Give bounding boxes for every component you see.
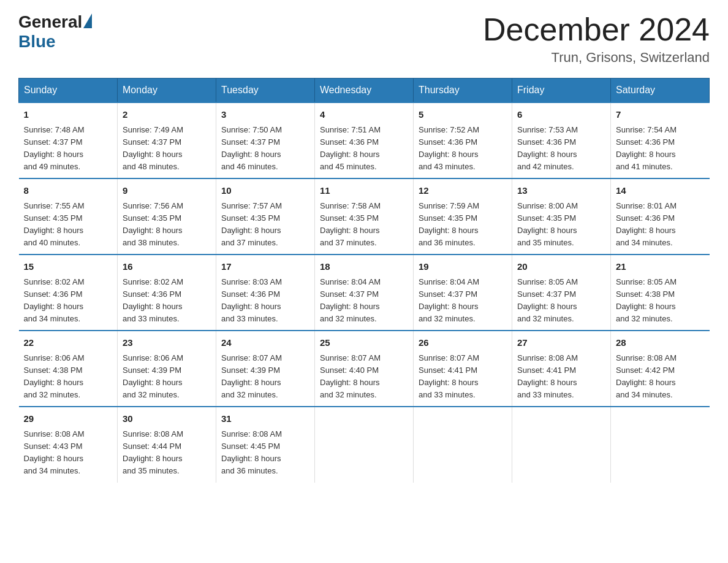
calendar-cell: 18 Sunrise: 8:04 AM Sunset: 4:37 PM Dayl…	[315, 255, 414, 331]
day-number: 24	[221, 336, 309, 350]
calendar-week-row: 15 Sunrise: 8:02 AM Sunset: 4:36 PM Dayl…	[19, 255, 710, 331]
calendar-cell: 7 Sunrise: 7:54 AM Sunset: 4:36 PM Dayli…	[611, 102, 710, 178]
day-number: 5	[419, 108, 507, 122]
day-info: Sunrise: 7:58 AM Sunset: 4:35 PM Dayligh…	[320, 200, 408, 250]
day-info: Sunrise: 8:07 AM Sunset: 4:40 PM Dayligh…	[320, 352, 408, 402]
day-number: 31	[221, 412, 309, 426]
day-number: 16	[123, 260, 211, 274]
calendar-week-row: 8 Sunrise: 7:55 AM Sunset: 4:35 PM Dayli…	[19, 178, 710, 255]
calendar-cell: 21 Sunrise: 8:05 AM Sunset: 4:38 PM Dayl…	[611, 255, 710, 331]
day-info: Sunrise: 8:08 AM Sunset: 4:41 PM Dayligh…	[517, 352, 605, 402]
calendar-cell: 16 Sunrise: 8:02 AM Sunset: 4:36 PM Dayl…	[118, 255, 216, 331]
calendar-cell: 19 Sunrise: 8:04 AM Sunset: 4:37 PM Dayl…	[414, 255, 512, 331]
day-number: 15	[24, 260, 113, 274]
day-number: 13	[517, 184, 605, 198]
day-info: Sunrise: 8:08 AM Sunset: 4:43 PM Dayligh…	[24, 428, 113, 478]
logo-general: General	[18, 12, 82, 32]
day-number: 7	[616, 108, 705, 122]
day-number: 23	[123, 336, 211, 350]
day-number: 10	[221, 184, 309, 198]
day-info: Sunrise: 8:05 AM Sunset: 4:38 PM Dayligh…	[616, 276, 705, 326]
day-info: Sunrise: 8:04 AM Sunset: 4:37 PM Dayligh…	[419, 276, 507, 326]
day-info: Sunrise: 8:06 AM Sunset: 4:39 PM Dayligh…	[123, 352, 211, 402]
day-number: 19	[419, 260, 507, 274]
day-info: Sunrise: 8:03 AM Sunset: 4:36 PM Dayligh…	[221, 276, 309, 326]
day-info: Sunrise: 7:54 AM Sunset: 4:36 PM Dayligh…	[616, 124, 705, 174]
page-header: General Blue December 2024 Trun, Grisons…	[18, 12, 710, 66]
calendar-cell: 25 Sunrise: 8:07 AM Sunset: 4:40 PM Dayl…	[315, 331, 414, 407]
calendar-cell: 24 Sunrise: 8:07 AM Sunset: 4:39 PM Dayl…	[216, 331, 315, 407]
day-number: 9	[123, 184, 211, 198]
day-number: 25	[320, 336, 408, 350]
day-number: 28	[616, 336, 705, 350]
calendar-cell: 29 Sunrise: 8:08 AM Sunset: 4:43 PM Dayl…	[19, 407, 118, 482]
calendar-cell: 3 Sunrise: 7:50 AM Sunset: 4:37 PM Dayli…	[216, 102, 315, 178]
calendar-cell: 31 Sunrise: 8:08 AM Sunset: 4:45 PM Dayl…	[216, 407, 315, 482]
day-info: Sunrise: 7:49 AM Sunset: 4:37 PM Dayligh…	[123, 124, 211, 174]
day-info: Sunrise: 7:59 AM Sunset: 4:35 PM Dayligh…	[419, 200, 507, 250]
day-info: Sunrise: 8:08 AM Sunset: 4:42 PM Dayligh…	[616, 352, 705, 402]
calendar-cell: 2 Sunrise: 7:49 AM Sunset: 4:37 PM Dayli…	[118, 102, 216, 178]
calendar-table: SundayMondayTuesdayWednesdayThursdayFrid…	[18, 78, 710, 482]
calendar-cell: 28 Sunrise: 8:08 AM Sunset: 4:42 PM Dayl…	[611, 331, 710, 407]
day-number: 1	[24, 108, 113, 122]
day-number: 27	[517, 336, 605, 350]
calendar-cell: 13 Sunrise: 8:00 AM Sunset: 4:35 PM Dayl…	[512, 178, 611, 255]
day-info: Sunrise: 8:02 AM Sunset: 4:36 PM Dayligh…	[123, 276, 211, 326]
logo: General Blue	[18, 12, 92, 52]
calendar-cell: 17 Sunrise: 8:03 AM Sunset: 4:36 PM Dayl…	[216, 255, 315, 331]
day-of-week-header: Saturday	[611, 79, 710, 103]
day-info: Sunrise: 8:02 AM Sunset: 4:36 PM Dayligh…	[24, 276, 113, 326]
day-info: Sunrise: 7:53 AM Sunset: 4:36 PM Dayligh…	[517, 124, 605, 174]
calendar-week-row: 1 Sunrise: 7:48 AM Sunset: 4:37 PM Dayli…	[19, 102, 710, 178]
day-number: 29	[24, 412, 113, 426]
day-number: 14	[616, 184, 705, 198]
calendar-cell	[414, 407, 512, 482]
calendar-cell: 26 Sunrise: 8:07 AM Sunset: 4:41 PM Dayl…	[414, 331, 512, 407]
day-info: Sunrise: 8:05 AM Sunset: 4:37 PM Dayligh…	[517, 276, 605, 326]
calendar-header-row: SundayMondayTuesdayWednesdayThursdayFrid…	[19, 79, 710, 103]
day-info: Sunrise: 7:50 AM Sunset: 4:37 PM Dayligh…	[221, 124, 309, 174]
day-number: 4	[320, 108, 408, 122]
calendar-cell: 5 Sunrise: 7:52 AM Sunset: 4:36 PM Dayli…	[414, 102, 512, 178]
day-of-week-header: Tuesday	[216, 79, 315, 103]
day-of-week-header: Monday	[118, 79, 216, 103]
calendar-cell	[512, 407, 611, 482]
day-info: Sunrise: 8:08 AM Sunset: 4:44 PM Dayligh…	[123, 428, 211, 478]
day-info: Sunrise: 7:55 AM Sunset: 4:35 PM Dayligh…	[24, 200, 113, 250]
logo-blue: Blue	[18, 32, 56, 51]
day-number: 21	[616, 260, 705, 274]
calendar-week-row: 22 Sunrise: 8:06 AM Sunset: 4:38 PM Dayl…	[19, 331, 710, 407]
day-info: Sunrise: 8:01 AM Sunset: 4:36 PM Dayligh…	[616, 200, 705, 250]
day-of-week-header: Friday	[512, 79, 611, 103]
day-info: Sunrise: 8:06 AM Sunset: 4:38 PM Dayligh…	[24, 352, 113, 402]
day-number: 3	[221, 108, 309, 122]
day-number: 17	[221, 260, 309, 274]
day-info: Sunrise: 7:52 AM Sunset: 4:36 PM Dayligh…	[419, 124, 507, 174]
day-of-week-header: Thursday	[414, 79, 512, 103]
calendar-cell	[315, 407, 414, 482]
day-number: 11	[320, 184, 408, 198]
day-number: 22	[24, 336, 113, 350]
calendar-cell: 11 Sunrise: 7:58 AM Sunset: 4:35 PM Dayl…	[315, 178, 414, 255]
calendar-cell	[611, 407, 710, 482]
day-number: 8	[24, 184, 113, 198]
day-of-week-header: Wednesday	[315, 79, 414, 103]
day-number: 12	[419, 184, 507, 198]
calendar-cell: 9 Sunrise: 7:56 AM Sunset: 4:35 PM Dayli…	[118, 178, 216, 255]
day-info: Sunrise: 8:04 AM Sunset: 4:37 PM Dayligh…	[320, 276, 408, 326]
day-number: 18	[320, 260, 408, 274]
day-number: 2	[123, 108, 211, 122]
day-number: 30	[123, 412, 211, 426]
day-info: Sunrise: 7:57 AM Sunset: 4:35 PM Dayligh…	[221, 200, 309, 250]
day-info: Sunrise: 7:56 AM Sunset: 4:35 PM Dayligh…	[123, 200, 211, 250]
calendar-cell: 1 Sunrise: 7:48 AM Sunset: 4:37 PM Dayli…	[19, 102, 118, 178]
day-number: 6	[517, 108, 605, 122]
calendar-cell: 23 Sunrise: 8:06 AM Sunset: 4:39 PM Dayl…	[118, 331, 216, 407]
calendar-cell: 4 Sunrise: 7:51 AM Sunset: 4:36 PM Dayli…	[315, 102, 414, 178]
calendar-cell: 6 Sunrise: 7:53 AM Sunset: 4:36 PM Dayli…	[512, 102, 611, 178]
day-info: Sunrise: 7:48 AM Sunset: 4:37 PM Dayligh…	[24, 124, 113, 174]
day-info: Sunrise: 8:00 AM Sunset: 4:35 PM Dayligh…	[517, 200, 605, 250]
title-block: December 2024 Trun, Grisons, Switzerland	[483, 12, 710, 66]
month-title: December 2024	[483, 12, 710, 47]
